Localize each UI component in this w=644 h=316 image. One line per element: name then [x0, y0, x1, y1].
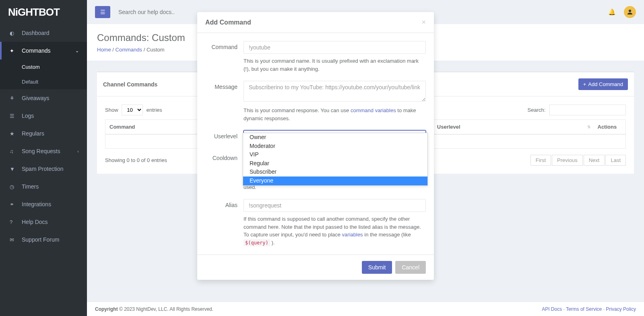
cooldown-label: Cooldown	[205, 152, 244, 191]
message-help: This is your command response. You can u…	[244, 107, 426, 122]
close-icon: ×	[421, 18, 426, 26]
cancel-button[interactable]: Cancel	[395, 261, 426, 274]
modal-title: Add Command	[205, 19, 251, 26]
command-input[interactable]	[244, 41, 426, 54]
alias-input[interactable]	[244, 199, 426, 212]
command-label: Command	[205, 41, 244, 73]
message-input[interactable]	[244, 81, 426, 102]
message-label: Message	[205, 81, 244, 122]
userlevel-option-owner[interactable]: Owner	[243, 133, 427, 142]
submit-button[interactable]: Submit	[362, 261, 392, 274]
modal-header: Add Command ×	[197, 12, 434, 33]
command-variables-link[interactable]: command variables	[351, 107, 396, 113]
userlevel-label: Userlevel	[205, 130, 244, 144]
userlevel-option-everyone[interactable]: Everyone	[243, 176, 427, 185]
variables-link[interactable]: variables	[342, 232, 363, 238]
query-code: $(query)	[244, 239, 270, 246]
close-button[interactable]: ×	[421, 18, 426, 27]
userlevel-option-moderator[interactable]: Moderator	[243, 142, 427, 151]
modal-footer: Submit Cancel	[197, 254, 434, 280]
alias-label: Alias	[205, 199, 244, 246]
command-help: This is your command name. It is usually…	[244, 57, 426, 73]
userlevel-option-regular[interactable]: Regular	[243, 159, 427, 168]
userlevel-dropdown: Owner Moderator VIP Regular Subscriber E…	[243, 133, 428, 186]
userlevel-option-subscriber[interactable]: Subscriber	[243, 168, 427, 176]
userlevel-option-vip[interactable]: VIP	[243, 150, 427, 159]
alias-help: If this command is supposed to call anot…	[244, 215, 426, 246]
